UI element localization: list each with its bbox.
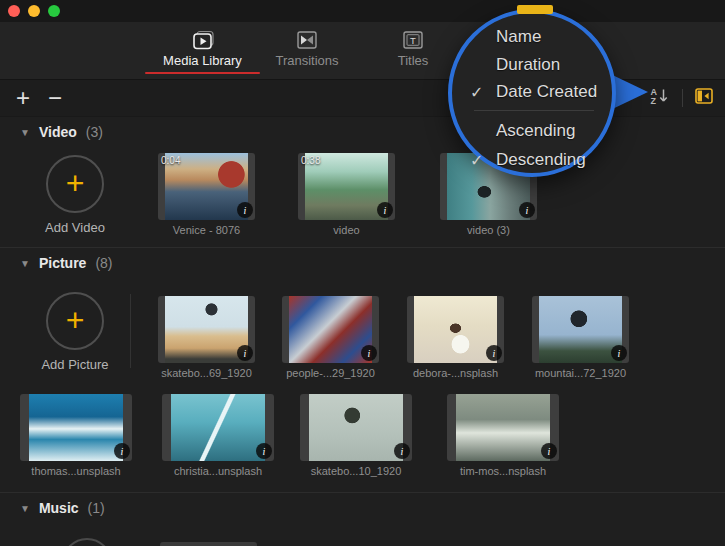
media-label: mountai...72_1920 [507, 367, 654, 379]
add-music-button[interactable] [62, 538, 112, 546]
app-window: Media Library Transitions T Titl [0, 0, 725, 546]
hide-panel-icon[interactable] [695, 88, 713, 108]
menu-separator [474, 110, 594, 111]
picture-preview-image [171, 394, 265, 461]
tab-titles[interactable]: T Titles [370, 28, 456, 76]
plus-icon: + [66, 305, 85, 335]
info-icon[interactable]: i [237, 345, 253, 361]
checkmark-icon: ✓ [470, 151, 483, 170]
tab-transitions[interactable]: Transitions [262, 28, 352, 76]
tab-label: Transitions [275, 53, 338, 68]
picture-thumbnail[interactable]: i debora-...nsplash [407, 296, 504, 363]
menu-item-ascending[interactable]: Ascending [496, 121, 575, 141]
info-icon[interactable]: i [394, 443, 410, 459]
section-title: Picture [39, 255, 86, 271]
tab-label: Media Library [163, 53, 242, 68]
info-icon[interactable]: i [237, 202, 253, 218]
picture-preview-image [414, 296, 497, 363]
info-icon[interactable]: i [256, 443, 272, 459]
video-thumbnail[interactable]: 0:04 i Venice - 8076 [158, 153, 255, 220]
media-label: thomas...unsplash [0, 465, 157, 477]
menu-item-descending[interactable]: Descending [496, 150, 586, 170]
info-icon[interactable]: i [519, 202, 535, 218]
picture-preview-image [539, 296, 622, 363]
picture-thumbnail[interactable]: i tim-mos...nsplash [447, 394, 559, 461]
picture-row-1: + Add Picture i skatebo...69_1920 i peop… [0, 278, 725, 386]
section-title: Video [39, 124, 77, 140]
menu-item-date-created[interactable]: Date Created [496, 82, 597, 102]
media-label: video [273, 224, 420, 236]
picture-thumbnail[interactable]: i thomas...unsplash [20, 394, 132, 461]
minimize-window-button[interactable] [28, 5, 40, 17]
menu-item-duration[interactable]: Duration [496, 55, 560, 75]
menu-item-name[interactable]: Name [496, 27, 541, 47]
picture-thumbnail[interactable]: i people-...29_1920 [282, 296, 379, 363]
info-icon[interactable]: i [486, 345, 502, 361]
collapse-caret-icon[interactable]: ▼ [20, 503, 30, 514]
section-music: ▼ Music (1) [0, 492, 725, 546]
transitions-icon [295, 28, 319, 52]
row-divider [130, 294, 131, 368]
picture-preview-image [29, 394, 123, 461]
svg-text:T: T [410, 35, 416, 46]
video-row: + Add Video 0:04 i Venice - 8076 0:38 i … [0, 147, 725, 247]
media-label: Venice - 8076 [133, 224, 280, 236]
picture-thumbnail[interactable]: i christia...unsplash [162, 394, 274, 461]
info-icon[interactable]: i [114, 443, 130, 459]
toolbar-right-group: A Z [648, 86, 725, 110]
info-icon[interactable]: i [541, 443, 557, 459]
add-video-button[interactable]: + Add Video [0, 155, 150, 235]
svg-text:Z: Z [651, 96, 657, 106]
section-video: ▼ Video (3) + Add Video 0:04 i Venice - … [0, 117, 725, 247]
add-circle: + [46, 155, 104, 213]
add-picture-button[interactable]: + Add Picture [0, 292, 150, 372]
section-title: Music [39, 500, 79, 516]
checkmark-icon: ✓ [470, 83, 483, 102]
section-count: (3) [86, 124, 103, 140]
tab-label: Titles [398, 53, 429, 68]
section-count: (1) [88, 500, 105, 516]
music-row [0, 523, 725, 546]
video-section-header: ▼ Video (3) [0, 117, 725, 147]
plus-icon: + [66, 168, 85, 198]
magnified-button-fragment [517, 5, 553, 14]
add-media-button[interactable]: + [10, 88, 36, 108]
close-window-button[interactable] [8, 5, 20, 17]
tab-media-library[interactable]: Media Library [145, 28, 260, 76]
picture-section-header: ▼ Picture (8) [0, 248, 725, 278]
video-thumbnail[interactable]: 0:38 i video [298, 153, 395, 220]
media-label: video (3) [415, 224, 562, 236]
duration-badge: 0:04 [161, 155, 180, 166]
picture-preview-image [165, 296, 248, 363]
info-icon[interactable]: i [611, 345, 627, 361]
picture-thumbnail[interactable]: i mountai...72_1920 [532, 296, 629, 363]
remove-media-button[interactable]: − [42, 88, 68, 108]
media-label: skatebo...10_1920 [275, 465, 437, 477]
picture-preview-image [289, 296, 372, 363]
toolbar-divider [682, 89, 683, 107]
duration-badge: 0:38 [301, 155, 320, 166]
media-label: tim-mos...nsplash [422, 465, 584, 477]
picture-thumbnail[interactable]: i skatebo...69_1920 [158, 296, 255, 363]
picture-preview-image [309, 394, 403, 461]
info-icon[interactable]: i [377, 202, 393, 218]
picture-row-2: i thomas...unsplash i christia...unsplas… [0, 386, 725, 492]
add-video-label: Add Video [45, 220, 105, 235]
add-circle: + [46, 292, 104, 350]
titles-icon: T [401, 28, 425, 52]
collapse-caret-icon[interactable]: ▼ [20, 258, 30, 269]
music-thumbnail[interactable] [160, 542, 257, 546]
section-count: (8) [95, 255, 112, 271]
titlebar [0, 0, 725, 22]
add-picture-label: Add Picture [41, 357, 108, 372]
music-section-header: ▼ Music (1) [0, 493, 725, 523]
zoom-window-button[interactable] [48, 5, 60, 17]
picture-preview-image [456, 394, 550, 461]
picture-thumbnail[interactable]: i skatebo...10_1920 [300, 394, 412, 461]
sort-az-icon[interactable]: A Z [648, 86, 670, 110]
sort-menu-magnifier: Name Duration ✓ Date Created Ascending ✓… [448, 9, 616, 177]
active-tab-underline [145, 72, 260, 74]
collapse-caret-icon[interactable]: ▼ [20, 127, 30, 138]
info-icon[interactable]: i [361, 345, 377, 361]
section-picture: ▼ Picture (8) + Add Picture i skatebo...… [0, 247, 725, 492]
